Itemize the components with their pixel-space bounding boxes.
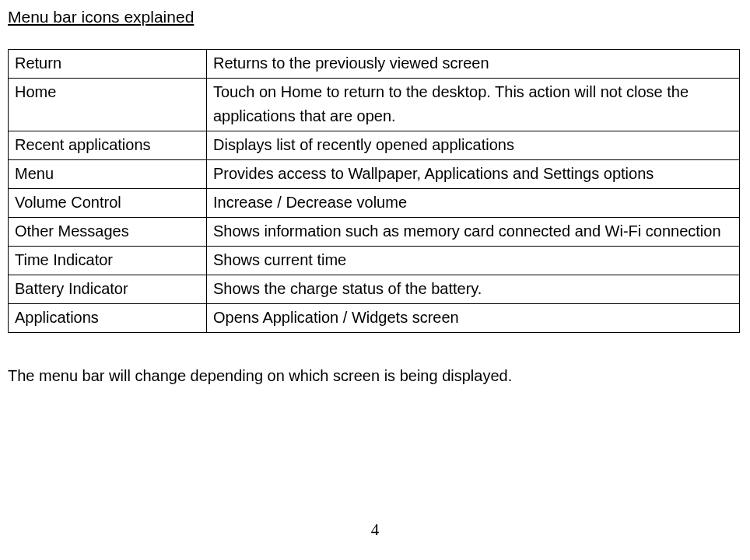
footer-paragraph: The menu bar will change depending on wh… [8,364,742,388]
icon-name-cell: Battery Indicator [9,275,207,303]
icon-name-cell: Home [9,78,207,131]
table-row: Menu Provides access to Wallpaper, Appli… [9,159,740,188]
icon-desc-cell: Shows information such as memory card co… [207,217,740,246]
section-heading: Menu bar icons explained [8,5,742,30]
icon-desc-cell: Shows current time [207,246,740,275]
menu-icons-table: Return Returns to the previously viewed … [8,49,740,333]
table-row: Return Returns to the previously viewed … [9,49,740,78]
icon-name-cell: Return [9,49,207,78]
icon-name-cell: Menu [9,159,207,188]
table-row: Recent applications Displays list of rec… [9,131,740,159]
menu-icons-table-container: Return Returns to the previously viewed … [8,49,742,333]
icon-desc-cell: Displays list of recently opened applica… [207,131,740,159]
table-row: Volume Control Increase / Decrease volum… [9,188,740,217]
table-row: Battery Indicator Shows the charge statu… [9,275,740,303]
icon-desc-cell: Shows the charge status of the battery. [207,275,740,303]
icon-desc-cell: Returns to the previously viewed screen [207,49,740,78]
icon-desc-cell: Opens Application / Widgets screen [207,303,740,332]
icon-name-cell: Applications [9,303,207,332]
table-row: Other Messages Shows information such as… [9,217,740,246]
page-number: 4 [0,517,750,543]
icon-desc-cell: Provides access to Wallpaper, Applicatio… [207,159,740,188]
table-row: Home Touch on Home to return to the desk… [9,78,740,131]
icon-name-cell: Time Indicator [9,246,207,275]
table-row: Time Indicator Shows current time [9,246,740,275]
icon-desc-cell: Touch on Home to return to the desktop. … [207,78,740,131]
icon-desc-cell: Increase / Decrease volume [207,188,740,217]
table-row: Applications Opens Application / Widgets… [9,303,740,332]
icon-name-cell: Other Messages [9,217,207,246]
icon-name-cell: Recent applications [9,131,207,159]
icon-name-cell: Volume Control [9,188,207,217]
